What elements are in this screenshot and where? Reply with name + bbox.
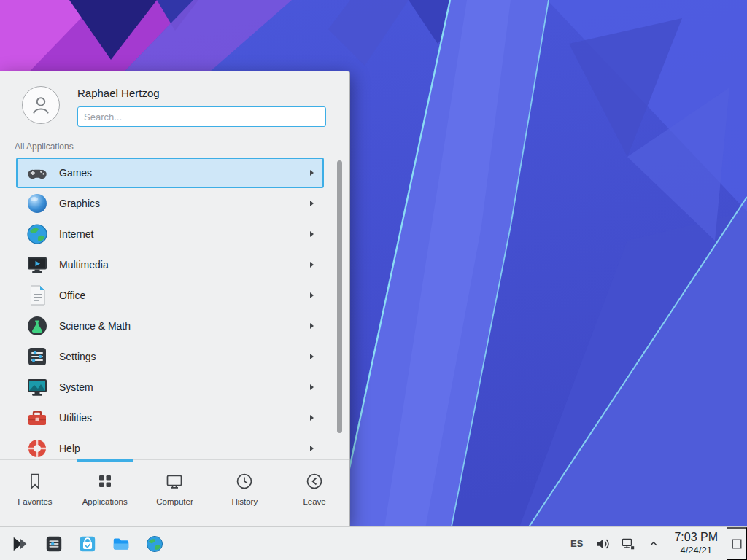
category-label: Office — [59, 289, 300, 301]
computer-icon — [165, 472, 184, 491]
tab-label: Leave — [303, 497, 325, 506]
tab-label: History — [231, 497, 258, 506]
toolbox-icon — [26, 406, 49, 429]
document-icon — [26, 284, 49, 307]
launcher-header: Raphael Hertzog — [0, 71, 349, 134]
system-monitor-icon — [26, 376, 49, 399]
chevron-right-icon — [310, 354, 314, 359]
launcher-footer: Favorites Applications Computer — [0, 459, 349, 526]
category-label: Internet — [59, 228, 300, 240]
tab-label: Applications — [82, 497, 128, 506]
category-item-office[interactable]: Office — [16, 280, 324, 311]
category-item-games[interactable]: Games — [16, 158, 324, 188]
show-desktop-button[interactable] — [727, 527, 747, 560]
application-launcher: Raphael Hertzog All Applications Games — [0, 71, 350, 526]
category-label: Multimedia — [59, 259, 300, 271]
folder-icon — [112, 534, 131, 553]
taskbar: ES 7:03 PM 4/24/21 — [0, 526, 747, 560]
category-label: Utilities — [59, 412, 300, 424]
tab-leave[interactable]: Leave — [279, 460, 349, 526]
category-label: Help — [59, 443, 300, 454]
sliders-icon — [26, 345, 49, 368]
category-item-graphics[interactable]: Graphics — [16, 188, 324, 219]
user-avatar[interactable] — [22, 86, 60, 124]
gamepad-icon — [26, 161, 49, 184]
clock-icon — [235, 472, 254, 491]
discover-task-button[interactable] — [73, 529, 102, 559]
chevron-right-icon — [310, 415, 314, 421]
category-item-internet[interactable]: Internet — [16, 219, 324, 249]
chevron-right-icon — [310, 384, 314, 390]
chevron-right-icon — [310, 170, 314, 176]
chevron-up-icon — [649, 539, 659, 549]
category-label: Science & Math — [59, 320, 300, 332]
network-icon — [621, 537, 635, 551]
flask-icon — [26, 314, 49, 338]
tray-expander[interactable] — [646, 536, 662, 552]
show-desktop-icon — [731, 538, 743, 550]
user-name: Raphael Hertzog — [77, 87, 326, 99]
volume-tray-icon[interactable] — [595, 536, 611, 552]
clock-time: 7:03 PM — [674, 531, 718, 545]
web-browser-task-button[interactable] — [140, 529, 169, 559]
launcher-header-right: Raphael Hertzog — [77, 86, 326, 127]
category-item-science-math[interactable]: Science & Math — [16, 311, 324, 341]
tab-computer[interactable]: Computer — [140, 460, 210, 526]
chevron-right-icon — [310, 262, 314, 268]
tab-favorites[interactable]: Favorites — [0, 460, 70, 526]
category-label: Graphics — [59, 198, 300, 209]
user-avatar-icon — [29, 93, 53, 117]
section-label: All Applications — [15, 141, 349, 152]
tab-history[interactable]: History — [209, 460, 279, 526]
chevron-right-icon — [310, 201, 314, 206]
category-item-settings[interactable]: Settings — [16, 341, 324, 372]
browser-globe-icon — [145, 534, 164, 553]
app-launcher-icon — [11, 534, 30, 553]
tab-label: Favorites — [18, 497, 52, 506]
category-item-multimedia[interactable]: Multimedia — [16, 249, 324, 280]
search-input[interactable] — [77, 106, 326, 127]
bookmark-icon — [26, 472, 44, 491]
chevron-right-icon — [310, 231, 314, 237]
speaker-icon — [595, 537, 610, 551]
sliders-dark-icon — [44, 534, 63, 553]
category-item-utilities[interactable]: Utilities — [16, 402, 324, 433]
category-label: Settings — [59, 351, 300, 362]
category-item-help[interactable]: Help — [16, 433, 324, 459]
chevron-right-icon — [310, 446, 314, 451]
media-player-icon — [26, 253, 49, 276]
tab-label: Computer — [156, 497, 193, 506]
tab-applications[interactable]: Applications — [70, 460, 140, 526]
file-manager-task-button[interactable] — [107, 529, 136, 559]
chevron-right-icon — [310, 323, 314, 329]
app-launcher-button[interactable] — [6, 529, 35, 559]
chevron-right-icon — [310, 292, 314, 298]
category-label: Games — [59, 167, 300, 179]
clock[interactable]: 7:03 PM 4/24/21 — [674, 531, 718, 556]
category-label: System — [59, 381, 300, 393]
category-list: Games Graphics — [0, 158, 349, 459]
graphics-sphere-icon — [26, 192, 49, 215]
system-settings-task-button[interactable] — [39, 529, 69, 559]
leave-icon — [305, 472, 324, 491]
clock-date: 4/24/21 — [674, 545, 718, 556]
globe-icon — [26, 222, 49, 246]
software-center-icon — [78, 534, 97, 553]
category-item-system[interactable]: System — [16, 372, 324, 402]
keyboard-layout-indicator[interactable]: ES — [570, 538, 583, 549]
network-tray-icon[interactable] — [620, 536, 636, 552]
list-scrollbar[interactable] — [337, 160, 342, 433]
lifebuoy-icon — [26, 437, 49, 459]
grid-icon — [96, 472, 115, 491]
